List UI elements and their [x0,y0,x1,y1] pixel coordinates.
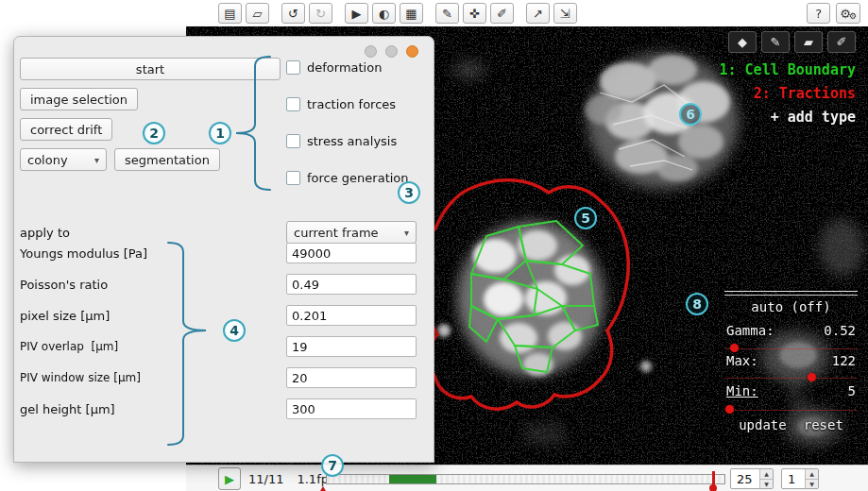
annotation-badge-5: 5 [574,207,597,229]
fill-tool-button[interactable]: ◆ [728,31,757,53]
deformation-checkbox[interactable] [286,60,300,75]
annotate-button[interactable]: ✎ [435,3,459,24]
panel-divider [724,291,858,296]
brush-button[interactable]: ✐ [490,3,514,24]
frame-step-value[interactable]: 1 [782,469,805,488]
start-button[interactable]: start [20,58,281,80]
deformation-label: deformation [307,60,382,75]
force-generation-checkbox[interactable] [286,171,300,185]
grid-button[interactable]: ▦ [400,3,423,24]
redo-button[interactable]: ↻ [309,3,332,24]
spinner-down-icon[interactable]: ▼ [760,480,773,489]
max-label: Max: [726,353,758,368]
timeline-slider[interactable] [326,474,725,484]
frame-rate-value[interactable]: 25 [731,469,759,488]
grid-icon: ▦ [405,7,417,21]
play-toolbar-button[interactable]: ▶ [345,3,368,24]
contrast-button[interactable]: ◐ [372,3,396,24]
save-button[interactable]: ▤ [218,3,242,24]
fill-tool-icon: ◆ [738,35,747,49]
play-button[interactable]: ▶ [218,467,241,490]
piv-overlap-input[interactable] [286,336,417,357]
stress-analysis-checkbox[interactable] [286,134,300,148]
auto-toggle[interactable]: auto (off) [724,299,858,314]
undo-button[interactable]: ↺ [281,3,305,24]
maximize-button[interactable] [385,45,398,58]
gamma-slider-track [724,348,858,349]
eraser-tool-button[interactable]: ▰ [794,31,823,53]
chevron-down-icon: ▾ [94,155,99,165]
gamma-value: 0.52 [824,323,856,338]
pencil-tool-icon: ✎ [771,35,781,49]
spinner-up-icon[interactable]: ▲ [760,469,773,480]
poissons-ratio-label: Poisson's ratio [20,278,108,292]
poissons-ratio-input[interactable] [286,274,417,295]
minimize-button[interactable] [365,45,377,58]
frame-rate-spinbox: 25 ▲ ▼ [730,468,774,489]
open-folder-icon: ▱ [253,7,263,21]
reset-button[interactable]: reset [804,417,843,432]
fit-view-button[interactable]: ⇲ [553,3,577,24]
frame-step-spinbox: 1 ▲ ▼ [781,468,819,489]
traction-forces-checkbox[interactable] [286,97,300,111]
type-tractions[interactable]: 2: Tractions [720,82,857,106]
annotation-badge-3: 3 [398,181,420,204]
apply-to-label: apply to [20,226,70,240]
chevron-down-icon: ▾ [404,228,409,238]
min-value: 5 [848,383,856,398]
gel-height-input[interactable] [286,398,417,419]
open-button[interactable]: ▱ [246,3,269,24]
piv-overlap-label: PIV overlap [µm] [20,340,118,353]
save-icon: ▤ [224,7,235,21]
update-button[interactable]: update [739,417,787,432]
correct-drift-button[interactable]: correct drift [20,118,112,141]
max-slider-track [724,378,858,379]
youngs-modulus-input[interactable] [286,243,417,263]
colony-select-value: colony [27,153,68,167]
colony-select[interactable]: colony ▾ [20,148,107,171]
timeline-end-handle[interactable] [712,471,715,487]
annotation-badge-6: 6 [679,103,702,126]
piv-window-size-input[interactable] [286,367,417,388]
max-value: 122 [832,353,856,368]
display-adjust-panel: auto (off) Gamma: 0.52 Max: 122 Min: 5 u… [724,291,858,434]
annotation-badge-1: 1 [209,122,231,144]
spinner-up-icon[interactable]: ▲ [806,469,818,480]
app-window: ◆ ✎ ▰ ✐ 1: Cell Boundary 2: Tractions + … [0,0,868,491]
fit-view-icon: ⇲ [560,7,570,21]
add-type-button[interactable]: + add type [720,106,857,129]
timeline-buffer-segment [389,475,436,483]
timeline-current-frame-marker[interactable] [317,486,329,491]
move-icon: ✜ [469,7,480,21]
pixel-size-input[interactable] [286,305,417,326]
gel-height-label: gel height [µm] [20,402,115,416]
type-cell-boundary[interactable]: 1: Cell Boundary [720,59,857,82]
traction-forces-label: traction forces [307,97,396,111]
export-button[interactable]: ↗ [526,3,550,24]
pixel-size-label: pixel size [µm] [20,309,110,323]
checkbox-row-force-generation: force generation [286,170,409,185]
checkbox-row-stress-analysis: stress analysis [286,133,397,148]
apply-to-value: current frame [294,226,379,240]
annotation-badge-4: 4 [223,319,246,342]
mask-toolbar: ◆ ✎ ▰ ✐ [728,31,856,53]
timeline-end-handle-dot [709,484,717,491]
gamma-slider-handle[interactable] [730,344,739,352]
min-slider-handle[interactable] [725,405,734,414]
move-button[interactable]: ✜ [463,3,486,24]
spinner-down-icon[interactable]: ▼ [806,480,818,489]
settings-button[interactable]: ⚙⚙ [836,3,860,24]
max-slider-handle[interactable] [808,373,816,381]
mask-type-list: 1: Cell Boundary 2: Tractions + add type [720,59,857,129]
help-button[interactable]: ? [807,3,830,24]
close-button[interactable] [406,45,418,58]
toolbar-right-group: ? ⚙⚙ [807,3,860,24]
segmentation-button[interactable]: segmentation [114,148,220,171]
pencil-tool-button[interactable]: ✎ [761,31,790,53]
apply-to-select[interactable]: current frame ▾ [286,221,417,244]
force-generation-label: force generation [307,171,409,185]
image-selection-button[interactable]: image selection [20,88,138,110]
eraser-tool-icon: ▰ [804,35,813,49]
help-icon: ? [815,7,822,21]
brush-tool-button[interactable]: ✐ [827,31,856,53]
